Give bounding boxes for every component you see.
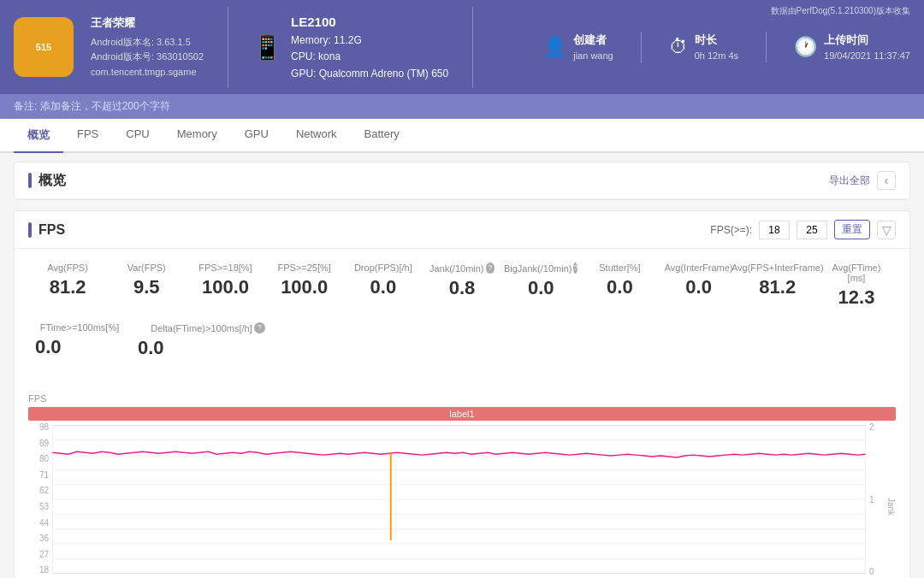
overview-title: 概览 [28,172,66,190]
remark-text: 备注: 添加备注，不超过200个字符 [14,100,170,112]
duration-value: 0h 12m 4s [695,49,738,63]
divider-1 [228,7,228,87]
stat-ftime-label: Avg(FTime)[ms] [824,262,889,283]
app-icon: 515 [14,17,74,77]
y-axis-right: 2 1 0 [866,422,885,576]
fps-collapse-button[interactable]: ▽ [877,221,896,239]
stat-fps-18-label: FPS>=18[%] [192,262,258,273]
fps-title: FPS [28,222,65,238]
stat-jank-value: 0.8 [429,277,495,299]
stat-fps-25-label: FPS>=25[%] [272,262,337,273]
stat-avg-fps-label: Avg(FPS) [35,262,100,273]
stat-fps-25: FPS>=25[%] 100.0 [265,262,344,309]
fps-chart-label: FPS [28,393,46,404]
device-info: LE2100 Memory: 11.2G CPU: kona GPU: Qual… [291,12,448,82]
fps-actions: FPS(>=): 重置 ▽ [710,220,896,239]
remark-bar: 备注: 添加备注，不超过200个字符 [0,94,924,119]
stat-ftime-100: FTime>=100ms[%] 0.0 [28,322,131,359]
app-info: 王者荣耀 Android版本名: 3.63.1.5 Android版本号: 36… [91,15,204,80]
meta-section: 👤 创建者 jian wang ⏱ 时长 0h 12m 4s 🕐 [497,32,910,62]
divider-2 [472,7,473,87]
clock-icon: ⏱ [669,36,688,58]
chart-wrapper: 98 89 80 71 62 53 44 36 27 18 9 [28,422,896,578]
stat-drop-fps: Drop(FPS)[/h] 0.0 [344,262,423,309]
upload-section: 🕐 上传时间 19/04/2021 11:37:47 [794,32,910,62]
stat-stutter-label: Stutter[%] [587,262,652,273]
fps-chart-area: FPS label1 98 89 80 71 62 53 44 36 [15,386,909,578]
creator-section: 👤 创建者 jian wang [543,32,613,62]
person-icon: 👤 [543,36,566,58]
duration-text: 时长 0h 12m 4s [695,32,738,62]
device-cpu: CPU: kona [291,49,448,65]
stat-fps-18-value: 100.0 [192,276,258,298]
upload-label: 上传时间 [824,32,910,49]
device-memory: Memory: 11.2G [291,32,448,49]
package-name: com.tencent.tmgp.sgame [91,65,204,80]
stat-ftime-100-label: FTime>=100ms[%] [35,322,124,333]
fps-title-text: FPS [38,222,65,238]
stat-fps-interframe: Avg(FPS+InterFrame) 81.2 [738,262,817,309]
tab-fps[interactable]: FPS [63,119,112,153]
fps-stats-row2: FTime>=100ms[%] 0.0 Delta(FTime)>100ms[/… [28,322,896,359]
jank-axis-label: Jank [886,498,896,516]
stat-interframe: Avg(InterFrame) 0.0 [660,262,738,309]
fps-card-header: FPS FPS(>=): 重置 ▽ [15,211,909,249]
tabs-nav: 概览 FPS CPU Memory GPU Network Battery [0,119,924,153]
stat-stutter: Stutter[%] 0.0 [580,262,659,309]
phone-icon: 📱 [252,33,282,62]
stat-interframe-value: 0.0 [666,276,732,298]
stat-bigjank-label: BigJank(/10min) ? [508,262,573,274]
android-version2: Android版本号: 363010502 [91,50,204,65]
fps-gte-input2[interactable] [797,221,827,239]
tab-overview[interactable]: 概览 [14,119,63,153]
data-source-note: 数据由PerfDog(5.1.210300)版本收集 [771,5,910,17]
android-version1: Android版本名: 3.63.1.5 [91,35,204,50]
tab-memory[interactable]: Memory [163,119,231,153]
tab-battery[interactable]: Battery [351,119,413,153]
device-name: LE2100 [291,12,448,32]
fps-stats-container: Avg(FPS) 81.2 Var(FPS) 9.5 FPS>=18[%] 10… [15,249,909,386]
app-name: 王者荣耀 [91,15,204,32]
duration-label: 时长 [695,32,738,49]
stat-fps-25-value: 100.0 [272,276,337,298]
stat-fps-interframe-value: 81.2 [745,276,810,298]
export-all-button[interactable]: 导出全部 [829,174,870,188]
fps-gte-label: FPS(>=): [710,224,752,236]
stat-interframe-label: Avg(InterFrame) [666,262,732,273]
creator-value: jian wang [573,49,613,63]
fps-stats-row1: Avg(FPS) 81.2 Var(FPS) 9.5 FPS>=18[%] 10… [28,262,896,309]
stat-fps-18: FPS>=18[%] 100.0 [186,262,264,309]
tab-network[interactable]: Network [282,119,351,153]
collapse-button[interactable]: ‹ [877,171,896,190]
duration-section: ⏱ 时长 0h 12m 4s [669,32,738,62]
device-gpu: GPU: Qualcomm Adreno (TM) 650 [291,66,448,82]
overview-card-header: 概览 导出全部 ‹ [15,162,909,199]
upload-text: 上传时间 19/04/2021 11:37:47 [824,32,910,62]
delta-ftime-help-icon: ? [254,322,265,333]
header: 数据由PerfDog(5.1.210300)版本收集 515 王者荣耀 Andr… [0,0,924,94]
stat-var-fps-value: 9.5 [114,276,179,298]
stat-bigjank: BigJank(/10min) ? 0.0 [501,262,580,309]
tab-gpu[interactable]: GPU [231,119,282,153]
upload-value: 19/04/2021 11:37:47 [824,49,910,63]
jank-help-icon: ? [486,262,495,274]
divider-4 [766,32,767,62]
fps-reset-button[interactable]: 重置 [834,220,870,239]
stat-avg-fps: Avg(FPS) 81.2 [28,262,107,309]
fps-title-bar-icon [28,222,32,238]
stat-var-fps-label: Var(FPS) [114,262,179,273]
title-bar-icon [28,173,32,188]
fps-chart-svg [52,422,866,576]
fps-card: FPS FPS(>=): 重置 ▽ Avg(FPS) 81.2 [14,210,910,578]
creator-text: 创建者 jian wang [573,32,613,62]
tab-cpu[interactable]: CPU [112,119,163,153]
y-axis-left: 98 89 80 71 62 53 44 36 27 18 9 [28,422,52,578]
stat-var-fps: Var(FPS) 9.5 [107,262,186,309]
stat-delta-ftime-label: Delta(FTime)>100ms[/h] ? [138,322,278,333]
device-section: 📱 LE2100 Memory: 11.2G CPU: kona GPU: Qu… [252,12,448,82]
overview-card: 概览 导出全部 ‹ [14,162,910,200]
fps-gte-input1[interactable] [759,221,790,239]
label1-bar: label1 [28,407,896,421]
creator-label: 创建者 [573,32,613,49]
stat-drop-fps-label: Drop(FPS)[/h] [351,262,416,273]
